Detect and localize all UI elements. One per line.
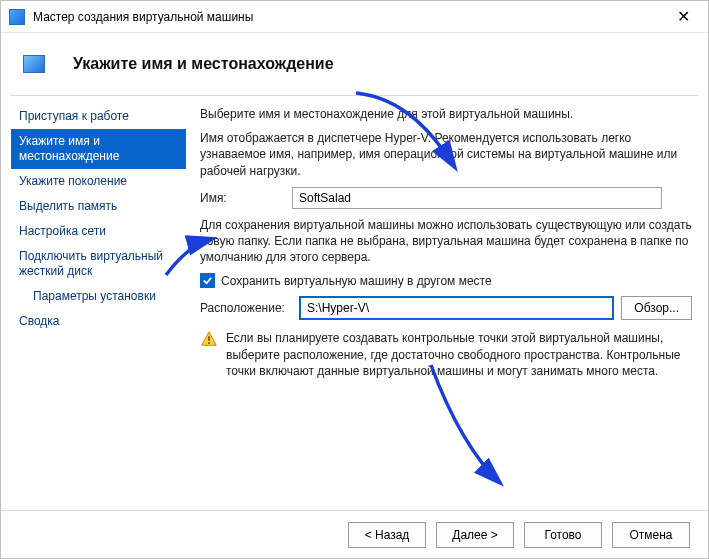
store-elsewhere-checkbox[interactable] <box>200 273 215 288</box>
finish-button[interactable]: Готово <box>524 522 602 548</box>
name-input[interactable] <box>292 187 662 209</box>
wizard-sidebar: Приступая к работе Укажите имя и местона… <box>11 100 186 500</box>
name-label: Имя: <box>200 191 292 205</box>
wizard-window: Мастер создания виртуальной машины ✕ Ука… <box>0 0 709 559</box>
page-title: Укажите имя и местонахождение <box>73 55 334 73</box>
intro-text: Выберите имя и местонахождение для этой … <box>200 106 692 122</box>
sidebar-item-getting-started[interactable]: Приступая к работе <box>11 104 186 129</box>
wizard-body: Приступая к работе Укажите имя и местона… <box>1 100 708 510</box>
titlebar: Мастер создания виртуальной машины ✕ <box>1 1 708 33</box>
next-button[interactable]: Далее > <box>436 522 514 548</box>
location-row: Расположение: Обзор... <box>200 296 692 320</box>
back-button[interactable]: < Назад <box>348 522 426 548</box>
wizard-footer: < Назад Далее > Готово Отмена <box>1 510 708 558</box>
sidebar-item-summary[interactable]: Сводка <box>11 309 186 334</box>
store-elsewhere-row: Сохранить виртуальную машину в другом ме… <box>200 273 692 288</box>
annotation-arrow-icon <box>421 360 511 490</box>
wizard-content: Выберите имя и местонахождение для этой … <box>196 100 698 500</box>
sidebar-item-network[interactable]: Настройка сети <box>11 219 186 244</box>
location-input[interactable] <box>300 297 613 319</box>
separator <box>11 95 698 96</box>
wizard-header-icon <box>23 55 45 73</box>
warning-row: Если вы планируете создавать контрольные… <box>200 330 692 379</box>
sidebar-item-name-location[interactable]: Укажите имя и местонахождение <box>11 129 186 169</box>
warning-text: Если вы планируете создавать контрольные… <box>226 330 692 379</box>
svg-rect-0 <box>208 337 210 342</box>
app-icon <box>9 9 25 25</box>
sidebar-item-generation[interactable]: Укажите поколение <box>11 169 186 194</box>
svg-rect-1 <box>208 342 210 344</box>
window-title: Мастер создания виртуальной машины <box>33 10 667 24</box>
sidebar-item-vhd[interactable]: Подключить виртуальный жесткий диск <box>11 244 186 284</box>
sidebar-item-install-options[interactable]: Параметры установки <box>11 284 186 309</box>
browse-button[interactable]: Обзор... <box>621 296 692 320</box>
cancel-button[interactable]: Отмена <box>612 522 690 548</box>
warning-icon <box>200 330 218 348</box>
wizard-header: Укажите имя и местонахождение <box>1 33 708 95</box>
close-icon[interactable]: ✕ <box>667 7 700 26</box>
name-hint-text: Имя отображается в диспетчере Hyper-V. Р… <box>200 130 692 179</box>
location-label: Расположение: <box>200 301 292 315</box>
sidebar-item-memory[interactable]: Выделить память <box>11 194 186 219</box>
name-row: Имя: <box>200 187 692 209</box>
store-elsewhere-label: Сохранить виртуальную машину в другом ме… <box>221 274 492 288</box>
store-hint-text: Для сохранения виртуальной машины можно … <box>200 217 692 266</box>
